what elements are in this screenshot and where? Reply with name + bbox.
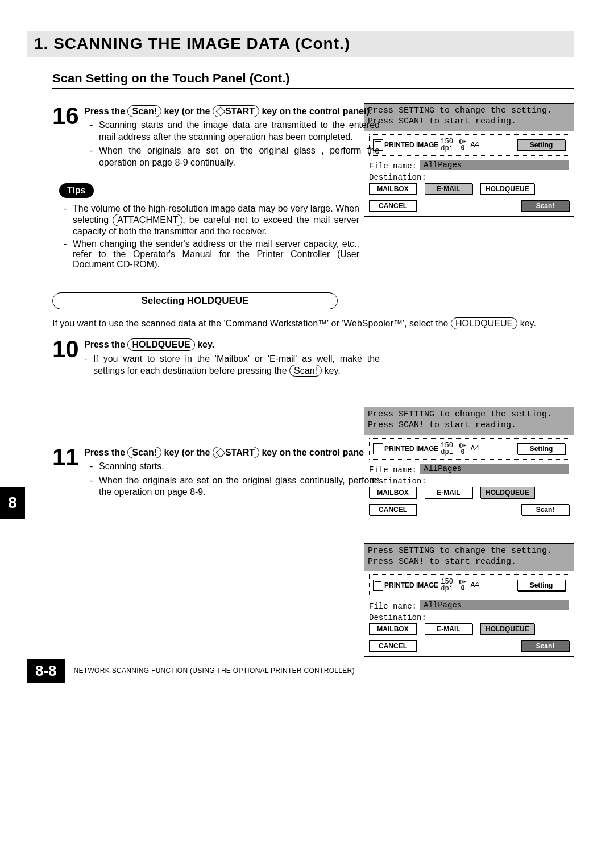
content: Press SETTING to change the setting. Pre… bbox=[52, 105, 574, 625]
scan-button[interactable]: Scan! bbox=[521, 200, 569, 212]
holdqueue-intro: If you want to use the scanned data at t… bbox=[52, 317, 541, 330]
cancel-button[interactable]: CANCEL bbox=[369, 504, 417, 515]
step-10: 10 Press the HOLDQUEUE key. If you want … bbox=[52, 338, 574, 379]
page-number: 8-8 bbox=[27, 659, 65, 683]
step11-bullet-2: When the originals are set on the origin… bbox=[90, 475, 380, 498]
scan-button[interactable]: Scan! bbox=[521, 640, 569, 652]
step16-text-mid: key (or the bbox=[161, 106, 213, 116]
chapter-tab: 8 bbox=[0, 487, 25, 519]
destination-label: Destination: bbox=[369, 173, 569, 182]
holdqueue-button[interactable]: HOLDQUEUE bbox=[480, 487, 534, 498]
chapter-heading-bar: 1. SCANNING THE IMAGE DATA (Cont.) bbox=[27, 31, 574, 57]
cancel-button[interactable]: CANCEL bbox=[369, 640, 417, 652]
tip-2: When changing the sender's address or th… bbox=[64, 239, 359, 270]
step16-bullet-1: Scanning starts and the image data are t… bbox=[90, 119, 380, 143]
mailbox-button[interactable]: MAILBOX bbox=[369, 183, 417, 195]
panel-header: Press SETTING to change the setting. Pre… bbox=[364, 407, 574, 435]
email-button[interactable]: E-MAIL bbox=[425, 487, 472, 498]
touch-panel: Press SETTING to change the setting. Pre… bbox=[364, 543, 574, 657]
step16-bullet-2: When the originals are set on the origin… bbox=[90, 145, 380, 168]
step-16: 16 Press the Scan! key (or the START key… bbox=[52, 105, 574, 171]
holdqueue-button[interactable]: HOLDQUEUE bbox=[480, 623, 534, 635]
step-number: 16 bbox=[52, 105, 83, 127]
start-key: START bbox=[213, 105, 259, 117]
touch-panel-step11: Press SETTING to change the setting. Pre… bbox=[364, 543, 574, 657]
step11-bullet-1: Scanning starts. bbox=[90, 461, 380, 472]
step16-text-post: key on the control panel). bbox=[259, 106, 372, 116]
attachment-key: ATTACHMENT bbox=[113, 214, 182, 226]
email-button[interactable]: E-MAIL bbox=[425, 623, 472, 635]
document-icon bbox=[373, 443, 383, 454]
holdqueue-heading: Selecting HOLDQUEUE bbox=[52, 292, 338, 309]
scan-key: Scan! bbox=[127, 447, 161, 458]
step16-text-pre: Press the bbox=[84, 106, 127, 116]
holdqueue-button[interactable]: HOLDQUEUE bbox=[480, 183, 534, 195]
filename-value[interactable]: AllPages bbox=[420, 464, 569, 474]
touch-panel-step10: Press SETTING to change the setting. Pre… bbox=[364, 407, 574, 520]
document-icon bbox=[373, 580, 383, 591]
diamond-icon bbox=[215, 107, 225, 117]
page: 1. SCANNING THE IMAGE DATA (Cont.) Scan … bbox=[0, 0, 614, 706]
holdqueue-key: HOLDQUEUE bbox=[451, 317, 517, 329]
subheading-rule bbox=[52, 88, 574, 89]
filename-value[interactable]: AllPages bbox=[420, 600, 569, 610]
mailbox-button[interactable]: MAILBOX bbox=[369, 623, 417, 635]
step-number: 11 bbox=[52, 447, 83, 468]
scan-key: Scan! bbox=[289, 365, 322, 377]
email-button[interactable]: E-MAIL bbox=[425, 183, 472, 195]
touch-panel: Press SETTING to change the setting. Pre… bbox=[364, 407, 574, 520]
footer-text: NETWORK SCANNING FUNCTION (USING THE OPT… bbox=[74, 667, 355, 675]
scan-button[interactable]: Scan! bbox=[521, 504, 569, 515]
start-key: START bbox=[213, 447, 259, 458]
tip-1: The volume of the high-resolution image … bbox=[64, 204, 359, 236]
holdqueue-key: HOLDQUEUE bbox=[127, 338, 194, 350]
setting-button[interactable]: Setting bbox=[517, 580, 565, 591]
step10-bullet: If you want to store in the 'Mailbox' or… bbox=[84, 353, 380, 377]
subheading: Scan Setting on the Touch Panel (Cont.) bbox=[52, 71, 574, 86]
cancel-button[interactable]: CANCEL bbox=[369, 200, 417, 212]
panel-header: Press SETTING to change the setting. Pre… bbox=[364, 544, 574, 571]
scan-key: Scan! bbox=[127, 105, 161, 117]
setting-button[interactable]: Setting bbox=[517, 443, 565, 454]
footer: 8-8 NETWORK SCANNING FUNCTION (USING THE… bbox=[27, 659, 574, 683]
diamond-icon bbox=[215, 448, 225, 457]
step-number: 10 bbox=[52, 338, 83, 360]
chapter-title: 1. SCANNING THE IMAGE DATA (Cont.) bbox=[34, 35, 569, 53]
tips-label: Tips bbox=[59, 183, 94, 198]
